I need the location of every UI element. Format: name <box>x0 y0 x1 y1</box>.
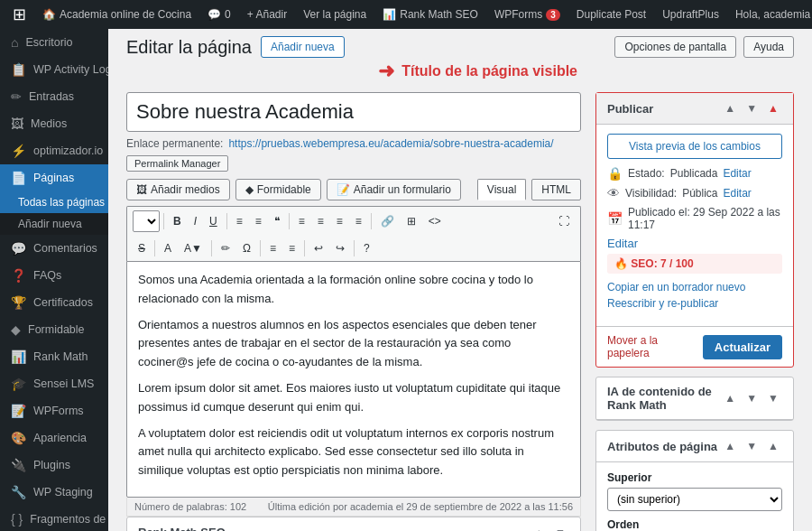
ia-collapse[interactable]: ▼ <box>764 390 782 406</box>
redo-button[interactable]: ↪ <box>330 239 350 257</box>
editor-content[interactable]: Somos una Academia orientada a la formac… <box>126 261 581 498</box>
table-button[interactable]: ⊞ <box>401 212 421 230</box>
sidebar-item-activity-log[interactable]: 📋 WP Activity Log <box>0 56 108 83</box>
status-row: 🔒 Estado: Publicada Editar <box>607 166 782 181</box>
sidebar-item-certificados[interactable]: 🏆 Certificados <box>0 289 108 316</box>
sidebar-item-optimizador[interactable]: ⚡ optimizador.io <box>0 137 108 164</box>
publish-close[interactable]: ▲ <box>764 100 782 116</box>
underline-button[interactable]: U <box>204 212 223 230</box>
seo-score: 🔥 SEO: 7 / 100 <box>607 254 782 274</box>
sidebar-item-escritorio[interactable]: ⌂ Escritorio <box>0 29 108 56</box>
permalink-manager-button[interactable]: Permalink Manager <box>126 155 228 172</box>
help-format-button[interactable]: ? <box>358 239 375 257</box>
sidebar-item-fragmentos[interactable]: { } Fragmentos de código <box>0 506 108 531</box>
html-tab[interactable]: HTML <box>531 179 581 200</box>
formidable-button[interactable]: ◆ Formidable <box>235 179 321 200</box>
attrs-up[interactable]: ▲ <box>721 438 739 454</box>
plugins-icon: 🔌 <box>11 458 26 472</box>
sep8 <box>304 240 305 256</box>
sidebar-item-todas-paginas[interactable]: Todas las páginas <box>0 191 108 213</box>
admin-bar-comments[interactable]: 💬 0 <box>202 8 236 21</box>
ul-button[interactable]: ≡ <box>231 212 248 230</box>
paragraph-select[interactable]: Párrafo <box>133 210 160 232</box>
align-right-button[interactable]: ≡ <box>331 212 348 230</box>
admin-bar-rankmath[interactable]: 📊 Rank Math SEO <box>377 8 484 21</box>
sidebar-item-apariencia[interactable]: 🎨 Apariencia <box>0 424 108 452</box>
attrs-collapse[interactable]: ▲ <box>764 438 782 454</box>
admin-bar-view[interactable]: Ver la página <box>298 8 372 21</box>
update-button[interactable]: Actualizar <box>703 335 782 359</box>
ia-down[interactable]: ▼ <box>743 390 761 406</box>
status-edit-link[interactable]: Editar <box>723 167 751 180</box>
sidebar-item-medios[interactable]: 🖼 Medios <box>0 110 108 137</box>
attrs-down[interactable]: ▼ <box>743 438 761 454</box>
sidebar-item-rankmath[interactable]: 📊 Rank Math <box>0 343 108 370</box>
visual-tab[interactable]: Visual <box>477 179 526 200</box>
page-title-input[interactable] <box>126 92 581 132</box>
ol-button[interactable]: ≡ <box>250 212 267 230</box>
italic-button[interactable]: I <box>189 212 202 230</box>
sidebar-item-plugins[interactable]: 🔌 Plugins <box>0 452 108 479</box>
code-button[interactable]: <> <box>423 212 447 230</box>
indent-button[interactable]: ≡ <box>264 239 281 257</box>
sidebar-label: Comentarios <box>33 242 97 255</box>
preview-button[interactable]: Vista previa de los cambios <box>607 134 782 159</box>
wp-logo[interactable]: ⊞ <box>7 5 32 24</box>
sidebar-item-wpforms[interactable]: 📝 WPForms <box>0 397 108 424</box>
copy-draft-link[interactable]: Copiar en un borrador nuevo <box>607 281 782 293</box>
format-toolbar: Párrafo B I U ≡ ≡ ❝ ≡ ≡ ≡ ≡ 🔗 ⊞ <box>126 206 581 236</box>
republish-link[interactable]: Reescribir y re-publicar <box>607 297 782 310</box>
pencil-button[interactable]: ✏ <box>216 239 235 257</box>
admin-bar-wpforms[interactable]: WPForms 3 <box>489 8 566 21</box>
admin-bar-duplicate[interactable]: Duplicate Post <box>571 8 651 21</box>
add-media-button[interactable]: 🖼 Añadir medios <box>126 179 230 200</box>
visibility-value: Pública <box>682 187 717 200</box>
sidebar-label: Plugins <box>33 459 70 471</box>
outdent-button[interactable]: ≡ <box>283 239 300 257</box>
bold-button[interactable]: B <box>168 212 187 230</box>
sidebar-item-formidable[interactable]: ◆ Formidable <box>0 316 108 343</box>
add-new-button[interactable]: Añadir nueva <box>261 36 345 58</box>
parent-select[interactable]: (sin superior) <box>607 488 782 511</box>
link-button[interactable]: 🔗 <box>375 212 400 230</box>
page-attrs-title: Atributos de página <box>607 440 721 453</box>
trash-link[interactable]: Mover a la papelera <box>607 334 703 359</box>
admin-bar-add[interactable]: + Añadir <box>242 8 292 21</box>
sidebar-item-comentarios[interactable]: 💬 Comentarios <box>0 235 108 262</box>
sidebar-item-sensei[interactable]: 🎓 Sensei LMS <box>0 370 108 397</box>
rankmath-collapse-down[interactable]: ▼ <box>551 525 569 531</box>
sidebar-item-entradas[interactable]: ✏ Entradas <box>0 83 108 110</box>
sidebar-item-add-page[interactable]: Añadir nueva <box>0 213 108 235</box>
align-center-button[interactable]: ≡ <box>312 212 329 230</box>
help-button[interactable]: Ayuda <box>743 36 794 58</box>
permalink-link[interactable]: https://pruebas.webempresa.eu/academia/s… <box>228 137 553 150</box>
fullscreen-button[interactable]: ⛶ <box>553 212 575 230</box>
add-form-button[interactable]: 📝 Añadir un formulario <box>327 179 461 200</box>
sidebar-item-faqs[interactable]: ❓ FAQs <box>0 262 108 289</box>
status-icon: 🔒 <box>607 166 623 181</box>
publish-down[interactable]: ▼ <box>743 100 761 116</box>
rankmath-seo-header[interactable]: Rank Math SEO ▲ ▼ <box>127 517 580 531</box>
strikethrough-button[interactable]: S <box>133 239 151 257</box>
align-justify-button[interactable]: ≡ <box>350 212 367 230</box>
blockquote-button[interactable]: ❝ <box>269 212 285 230</box>
admin-bar-site[interactable]: 🏠 Academia online de Cocina <box>37 8 197 21</box>
omega-button[interactable]: Ω <box>237 239 256 257</box>
sidebar-item-wpstaging[interactable]: 🔧 WP Staging <box>0 479 108 506</box>
ia-up[interactable]: ▲ <box>721 390 739 406</box>
home-icon: ⌂ <box>11 35 18 50</box>
text-color-button[interactable]: A <box>159 239 177 257</box>
visibility-edit-link[interactable]: Editar <box>724 187 752 200</box>
sidebar-item-paginas[interactable]: 📄 Páginas <box>0 164 108 191</box>
screen-options-button[interactable]: Opciones de pantalla <box>614 36 736 58</box>
publish-up[interactable]: ▲ <box>721 100 739 116</box>
rankmath-collapse-up[interactable]: ▲ <box>530 525 548 531</box>
published-edit-link[interactable]: Editar <box>607 237 638 250</box>
admin-bar-updraft[interactable]: UpdraftPlus <box>657 8 724 21</box>
sidebar-label: Escritorio <box>25 36 72 49</box>
text-color-dropdown[interactable]: A▼ <box>179 239 208 257</box>
align-left-button[interactable]: ≡ <box>293 212 310 230</box>
sidebar-label: Formidable <box>28 323 85 336</box>
admin-bar-greeting[interactable]: Hola, academia <box>730 8 812 21</box>
undo-button[interactable]: ↩ <box>309 239 328 257</box>
